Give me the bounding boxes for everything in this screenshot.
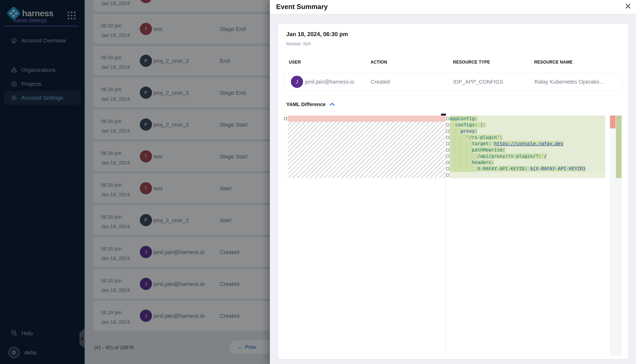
fold-marker-icon[interactable] <box>446 136 449 139</box>
fold-marker-icon[interactable] <box>284 117 287 120</box>
yaml-code-line: /api/proxy/rs-plugin/?: / <box>450 153 605 159</box>
yaml-code-empty-line <box>450 172 605 178</box>
yaml-code-line: '/rs-plugin': <box>450 134 605 140</box>
event-summary-drawer: Event Summary ✕ Jan 18, 2024, 06:30 pm M… <box>270 0 636 364</box>
scroll-map-removed-marker <box>610 116 615 128</box>
fold-marker-icon[interactable] <box>446 130 449 133</box>
yaml-difference-toggle[interactable]: YAML Difference <box>286 102 335 108</box>
yaml-code-line: X-RAFAY-API-KEYID: ${X-RAFAY-API-KEYID} <box>450 166 605 172</box>
user-avatar: J <box>291 76 303 88</box>
event-module: Module: N/A <box>286 41 311 46</box>
drawer-header: Event Summary ✕ <box>270 0 636 14</box>
fold-marker-icon[interactable] <box>446 124 449 126</box>
cell-resource-name: Rafay Kubernetes Operatio... <box>534 79 604 85</box>
fold-marker-icon[interactable] <box>446 155 449 158</box>
yaml-code-line: target: https://console.rafay.dev <box>450 140 605 147</box>
modal-backdrop[interactable] <box>0 0 270 364</box>
fold-marker-icon[interactable] <box>446 161 449 164</box>
event-timestamp: Jan 18, 2024, 06:30 pm <box>286 31 348 38</box>
diff-empty-hatch <box>288 122 446 178</box>
drawer-body: Jan 18, 2024, 06:30 pm Module: N/A USER … <box>270 14 636 364</box>
drawer-title: Event Summary <box>276 3 328 11</box>
column-header-user: USER <box>289 60 301 65</box>
cell-resource-type: IDP_APP_CONFIGS <box>453 79 503 85</box>
cell-user: jenil.jain@harness.io <box>305 79 354 85</box>
table-row: J jenil.jain@harness.io Created IDP_APP_… <box>284 73 622 91</box>
yaml-code-line: proxy: <box>450 128 605 134</box>
column-header-resource-type: RESOURCE TYPE <box>453 60 490 65</box>
diff-top-tick <box>441 114 446 116</box>
yaml-code: appConfig:configs: |-proxy:'/rs-plugin':… <box>450 116 605 178</box>
scroll-map-added-marker <box>616 116 622 178</box>
chevron-up-icon <box>330 102 335 107</box>
yaml-code-line: configs: |- <box>450 122 605 128</box>
column-header-action: ACTION <box>371 60 387 65</box>
yaml-code-line: appConfig: <box>450 116 605 122</box>
column-header-resource-name: RESOURCE NAME <box>534 60 572 65</box>
fold-marker-icon[interactable] <box>446 174 449 176</box>
yaml-diff-view: appConfig:configs: |-proxy:'/rs-plugin':… <box>284 116 625 356</box>
diff-removed-line <box>288 116 446 122</box>
fold-marker-icon[interactable] <box>446 167 449 170</box>
yaml-difference-label: YAML Difference <box>286 102 326 108</box>
diff-scroll-map[interactable] <box>610 116 622 356</box>
diff-left-pane <box>284 116 446 356</box>
fold-marker-icon[interactable] <box>446 142 449 145</box>
diff-right-pane: appConfig:configs: |-proxy:'/rs-plugin':… <box>446 116 605 356</box>
fold-marker-icon[interactable] <box>446 117 449 120</box>
yaml-code-line: headers: <box>450 159 605 166</box>
yaml-code-line: pathRewrite: <box>450 147 605 153</box>
fold-marker-icon[interactable] <box>446 148 449 152</box>
cell-action: Created <box>371 79 390 85</box>
close-icon[interactable]: ✕ <box>625 2 631 11</box>
event-summary-card: Jan 18, 2024, 06:30 pm Module: N/A USER … <box>278 24 628 359</box>
diff-right-gutter <box>446 116 450 178</box>
